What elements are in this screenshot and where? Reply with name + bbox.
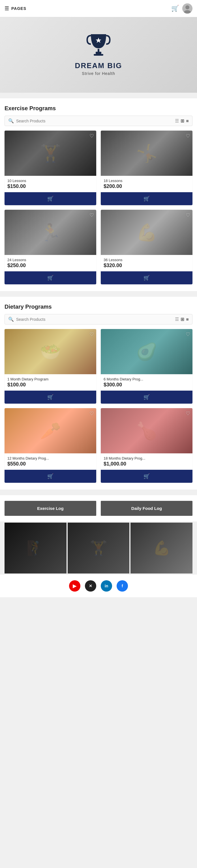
dietary-product-image-4: 🍗 ♡ [101,408,193,453]
wishlist-icon-2[interactable]: ♡ [186,133,190,139]
dietary-product-name-3: 12 Months Dietary Prog... [7,456,93,460]
dietary-product-price-3: $550.00 [7,461,93,467]
dietary-product-info-2: 6 Months Dietary Prog... $300.00 [101,374,193,388]
search-icon: 🔍 [8,118,14,124]
dietary-view-toggle: ☰ ⊞ ■ [175,316,189,322]
svg-rect-4 [94,54,103,56]
dietary-product-name-2: 6 Months Dietary Prog... [104,377,190,381]
dietary-search-bar[interactable]: 🔍 ☰ ⊞ ■ [4,314,193,324]
exercise-product-lessons-2: 18 Lessons [104,179,190,183]
exercise-product-price-2: $200.00 [104,183,190,189]
exercise-log-button[interactable]: Exercise Log [4,501,96,516]
exercise-add-to-cart-1[interactable]: 🛒 [4,192,96,205]
wishlist-icon-4[interactable]: ♡ [186,212,190,218]
photo-strip-item-1: 🧗 [4,523,66,574]
dietary-add-to-cart-4[interactable]: 🛒 [101,470,193,483]
top-navigation: ☰ PAGES 🛒 [0,0,197,17]
exercise-product-image-3: 🏃 ♡ [4,210,96,255]
dietary-wishlist-icon-2[interactable]: ♡ [186,331,190,338]
dietary-product-image-1: 🥗 ♡ [4,329,96,374]
dietary-search-input[interactable] [16,317,175,322]
exercise-product-info-1: 10 Lessons $150.00 [4,176,96,189]
dietary-product-name-1: 1 Month Dietary Program [7,377,93,381]
food-log-button[interactable]: Daily Food Log [101,501,193,516]
wishlist-icon-1[interactable]: ♡ [89,133,94,139]
dietary-compact-view-icon[interactable]: ■ [186,317,189,322]
dietary-product-info-1: 1 Month Dietary Program $100.00 [4,374,96,388]
dietary-wishlist-icon-4[interactable]: ♡ [186,410,190,416]
dietary-grid-view-icon[interactable]: ⊞ [180,316,184,322]
exercise-product-lessons-1: 10 Lessons [7,179,93,183]
dietary-wishlist-icon-1[interactable]: ♡ [89,331,94,338]
dietary-product-card-3: 🥕 ♡ 12 Months Dietary Prog... $550.00 🛒 [4,408,96,483]
wishlist-icon-3[interactable]: ♡ [89,212,94,218]
dietary-add-to-cart-2[interactable]: 🛒 [101,391,193,404]
photo-strip-item-2: 🏋 [68,523,130,574]
dietary-product-card-1: 🥗 ♡ 1 Month Dietary Program $100.00 🛒 [4,329,96,404]
dietary-programs-section: Dietary Programs 🔍 ☰ ⊞ ■ 🥗 ♡ 1 Month Die… [0,297,197,490]
exercise-product-card-1: 🏋 ♡ 10 Lessons $150.00 🛒 [4,131,96,205]
dietary-product-price-4: $1,000.00 [104,461,190,467]
compact-view-icon[interactable]: ■ [186,118,189,124]
exercise-add-to-cart-4[interactable]: 🛒 [101,271,193,284]
exercise-product-image-4: 💪 ♡ [101,210,193,255]
dietary-search-icon: 🔍 [8,316,14,322]
svg-point-1 [186,5,189,9]
exercise-add-to-cart-2[interactable]: 🛒 [101,192,193,205]
log-buttons-container: Exercise Log Daily Food Log [0,495,197,522]
dietary-product-info-3: 12 Months Dietary Prog... $550.00 [4,453,96,467]
exercise-product-card-4: 💪 ♡ 36 Lessons $320.00 🛒 [101,210,193,284]
exercise-product-grid: 🏋 ♡ 10 Lessons $150.00 🛒 🤸 ♡ 18 Lessons … [4,131,193,284]
grid-view-icon[interactable]: ⊞ [180,118,184,124]
hero-subtitle: Strive for Health [82,71,115,76]
exercise-add-to-cart-3[interactable]: 🛒 [4,271,96,284]
exercise-product-info-3: 24 Lessons $250.00 [4,255,96,269]
exercise-product-price-4: $320.00 [104,262,190,269]
exercise-product-card-3: 🏃 ♡ 24 Lessons $250.00 🛒 [4,210,96,284]
trophy-icon [86,31,111,57]
hero-section: DREAM BIG Strive for Health [0,17,197,93]
exercise-programs-section: Exercise Programs 🔍 ☰ ⊞ ■ 🏋 ♡ 10 Lessons… [0,98,197,291]
exercise-product-price-3: $250.00 [7,262,93,269]
list-view-icon[interactable]: ☰ [175,118,179,124]
dietary-product-name-4: 18 Months Dietary Prog... [104,456,190,460]
dietary-wishlist-icon-3[interactable]: ♡ [89,410,94,416]
dietary-product-grid: 🥗 ♡ 1 Month Dietary Program $100.00 🛒 🥑 … [4,329,193,483]
social-footer: ▶ ✕ in f [0,575,197,597]
dietary-product-image-3: 🥕 ♡ [4,408,96,453]
dietary-section-title: Dietary Programs [4,304,193,310]
dietary-product-card-4: 🍗 ♡ 18 Months Dietary Prog... $1,000.00 … [101,408,193,483]
dietary-add-to-cart-1[interactable]: 🛒 [4,391,96,404]
pages-label: PAGES [11,6,26,11]
dietary-product-info-4: 18 Months Dietary Prog... $1,000.00 [101,453,193,467]
dietary-product-price-1: $100.00 [7,382,93,388]
hamburger-icon[interactable]: ☰ [4,5,9,11]
exercise-product-info-4: 36 Lessons $320.00 [101,255,193,269]
svg-rect-5 [97,49,100,52]
x-twitter-icon[interactable]: ✕ [85,580,96,592]
exercise-product-lessons-4: 36 Lessons [104,258,190,262]
dietary-product-card-2: 🥑 ♡ 6 Months Dietary Prog... $300.00 🛒 [101,329,193,404]
exercise-product-image-2: 🤸 ♡ [101,131,193,176]
hero-title: DREAM BIG [75,61,122,70]
dietary-product-image-2: 🥑 ♡ [101,329,193,374]
exercise-search-bar[interactable]: 🔍 ☰ ⊞ ■ [4,116,193,126]
facebook-icon[interactable]: f [117,580,128,592]
exercise-product-image-1: 🏋 ♡ [4,131,96,176]
photo-strip: 🧗 🏋 💪 [0,522,197,575]
exercise-product-card-2: 🤸 ♡ 18 Lessons $200.00 🛒 [101,131,193,205]
dietary-product-price-2: $300.00 [104,382,190,388]
cart-icon[interactable]: 🛒 [171,5,179,12]
exercise-search-input[interactable] [16,119,175,123]
nav-left: ☰ PAGES [4,5,26,11]
dietary-add-to-cart-3[interactable]: 🛒 [4,470,96,483]
dietary-list-view-icon[interactable]: ☰ [175,316,179,322]
youtube-icon[interactable]: ▶ [69,580,80,592]
exercise-product-info-2: 18 Lessons $200.00 [101,176,193,189]
linkedin-icon[interactable]: in [101,580,112,592]
nav-right: 🛒 [171,3,193,13]
exercise-section-title: Exercise Programs [4,105,193,112]
avatar[interactable] [182,3,193,13]
view-toggle: ☰ ⊞ ■ [175,118,189,124]
exercise-product-lessons-3: 24 Lessons [7,258,93,262]
